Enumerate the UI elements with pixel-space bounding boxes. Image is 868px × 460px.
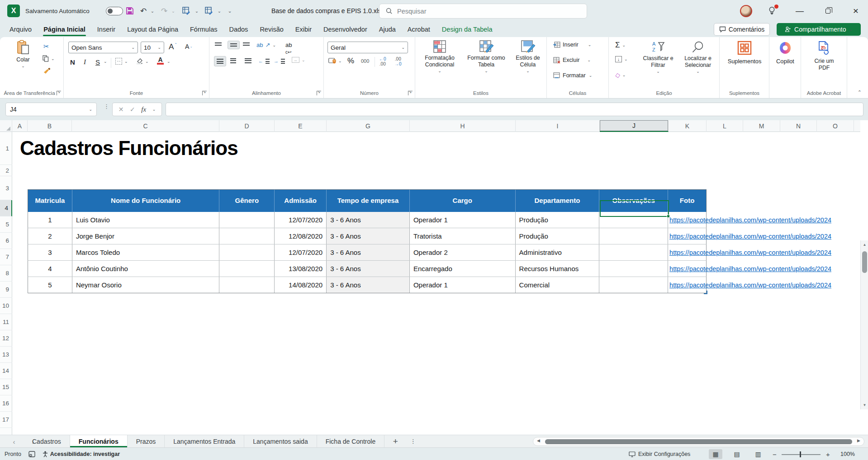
minimize-button[interactable]: — — [791, 0, 809, 22]
undo-chevron-icon[interactable]: ⌄ — [149, 0, 156, 22]
format-as-table-button[interactable]: Formatar como Tabela ⌄ — [462, 40, 510, 73]
format-painter-button[interactable] — [43, 68, 51, 74]
fill-color-button[interactable]: ⌄ — [136, 58, 149, 65]
fx-chevron-icon[interactable]: ⌄ — [152, 107, 156, 112]
table-resize-handle[interactable] — [704, 291, 707, 294]
row-header-1[interactable]: 1 — [0, 132, 12, 165]
delete-cells-button[interactable]: Excluir⌄ — [553, 57, 591, 63]
tab-revisão[interactable]: Revisão — [254, 22, 289, 37]
table-row[interactable]: 5Neymar Osorio14/08/20203 - 6 AnosOperad… — [28, 277, 707, 293]
accessibility-status[interactable]: Acessibilidade: investigar — [43, 451, 120, 457]
scroll-up-icon[interactable]: ▲ — [861, 243, 868, 247]
insert-function-icon[interactable]: fx — [141, 106, 146, 113]
row-header-6[interactable]: 6 — [0, 233, 12, 249]
cell-genero[interactable] — [219, 261, 275, 277]
zoom-percentage[interactable]: 100% — [840, 448, 855, 460]
cell-observacoes[interactable] — [599, 228, 668, 244]
zoom-out-icon[interactable]: − — [773, 448, 777, 460]
table-header-genero[interactable]: Gênero — [219, 190, 275, 212]
alignment-dialog-launcher[interactable] — [317, 91, 321, 95]
cell-genero[interactable] — [219, 228, 275, 244]
row-header-4[interactable]: 4 — [0, 200, 12, 216]
row-header-12[interactable]: 12 — [0, 330, 12, 347]
increase-font-icon[interactable]: Aˆ — [169, 42, 176, 52]
quick-access-chevron-2[interactable]: ⌄ — [216, 0, 223, 22]
cell-foto[interactable]: https://pacotedeplanilhas.com/wp-content… — [668, 261, 706, 277]
cell-cargo[interactable]: Encarregado — [410, 261, 516, 277]
tab-dados[interactable]: Dados — [223, 22, 254, 37]
cell-tempo[interactable]: 3 - 6 Anos — [327, 212, 410, 228]
conditional-formatting-button[interactable]: Formatação Condicional ⌄ — [418, 40, 461, 73]
zoom-slider-thumb[interactable] — [800, 451, 801, 457]
sheet-tab-ficha-de-controle[interactable]: Ficha de Controle — [317, 435, 385, 447]
merge-center-button[interactable]: ↔ ⌄ — [292, 57, 305, 63]
row-header-10[interactable]: 10 — [0, 298, 12, 314]
sort-filter-button[interactable]: AZ Classificar e Filtrar ⌄ — [639, 40, 678, 74]
cell-departamento[interactable]: Produção — [516, 228, 600, 244]
cell-tempo[interactable]: 3 - 6 Anos — [327, 228, 410, 244]
column-header-K[interactable]: K — [669, 120, 707, 132]
tab-inserir[interactable]: Inserir — [91, 22, 121, 37]
sheet-tab-lançamentos-entrada[interactable]: Lançamentos Entrada — [165, 435, 244, 447]
tab-arquivo[interactable]: Arquivo — [4, 22, 38, 37]
table-header-admissao[interactable]: Admissão — [275, 190, 327, 212]
tab-exibir[interactable]: Exibir — [289, 22, 318, 37]
cell-tempo[interactable]: 3 - 6 Anos — [327, 261, 410, 277]
align-right-icon[interactable] — [245, 58, 251, 63]
table-header-nome[interactable]: Nome do Funcionário — [72, 190, 220, 212]
column-header-A[interactable]: A — [12, 120, 28, 132]
fill-button[interactable]: ↓ ⌄ — [615, 56, 628, 62]
cell-matricula[interactable]: 3 — [28, 244, 72, 260]
cell-genero[interactable] — [219, 244, 275, 260]
cell-departamento[interactable]: Recursos Humanos — [516, 261, 600, 277]
borders-button[interactable]: ⌄ — [115, 58, 128, 65]
column-header-D[interactable]: D — [219, 120, 275, 132]
bold-button[interactable]: N — [70, 58, 75, 66]
row-header-3[interactable]: 3 — [0, 176, 12, 200]
column-header-I[interactable]: I — [516, 120, 600, 132]
zoom-in-icon[interactable]: + — [826, 448, 830, 460]
cell-nome[interactable]: Jorge Benjor — [72, 228, 220, 244]
column-header-O[interactable]: O — [817, 120, 854, 132]
align-left-icon[interactable] — [214, 56, 226, 66]
row-header-2[interactable]: 2 — [0, 165, 12, 176]
table-header-tempo[interactable]: Tempo de empresa — [327, 190, 410, 212]
cell-genero[interactable] — [219, 212, 275, 228]
italic-button[interactable]: I — [84, 58, 86, 66]
tab-desenvolvedor[interactable]: Desenvolvedor — [318, 22, 373, 37]
cell-foto[interactable]: https://pacotedeplanilhas.com/wp-content… — [668, 244, 706, 260]
cell-cargo[interactable]: Operador 1 — [410, 212, 516, 228]
zoom-slider-track[interactable] — [782, 454, 821, 455]
cell-styles-button[interactable]: Estilos de Célula ⌄ — [511, 40, 545, 73]
quick-access-chevron-1[interactable]: ⌄ — [194, 0, 200, 22]
scroll-right-icon[interactable]: ▶ — [857, 438, 860, 443]
insert-cells-button[interactable]: Inserir⌄ — [553, 42, 591, 48]
underline-button[interactable]: S — [95, 58, 100, 66]
font-name-select[interactable]: Open Sans⌄ — [68, 42, 138, 53]
align-top-icon[interactable] — [215, 42, 222, 46]
font-dialog-launcher[interactable] — [202, 91, 207, 95]
sheet-tab-prazos[interactable]: Prazos — [128, 435, 165, 447]
search-input[interactable]: Pesquisar — [379, 4, 587, 19]
column-header-H[interactable]: H — [410, 120, 516, 132]
sheet-nav-prev-icon[interactable]: ‹ — [6, 435, 22, 448]
row-header-16[interactable]: 16 — [0, 395, 12, 412]
addins-button[interactable]: Suplementos — [723, 40, 766, 65]
create-pdf-button[interactable]: Crie um PDF — [808, 40, 840, 71]
quick-access-table-icon-2[interactable] — [203, 0, 215, 22]
vertical-scroll-thumb[interactable] — [862, 251, 867, 273]
foto-link[interactable]: https://pacotedeplanilhas.com/wp-content… — [669, 244, 855, 261]
column-header-C[interactable]: C — [72, 120, 219, 132]
cell-matricula[interactable]: 4 — [28, 261, 72, 277]
view-page-break-icon[interactable]: ▥ — [751, 449, 765, 459]
cell-foto[interactable]: https://pacotedeplanilhas.com/wp-content… — [668, 228, 706, 244]
decrease-decimal-button[interactable]: .00→0 — [394, 57, 402, 66]
cell-tempo[interactable]: 3 - 6 Anos — [327, 277, 410, 293]
more-commands-icon[interactable]: ⌄ — [226, 0, 233, 22]
foto-link[interactable]: https://pacotedeplanilhas.com/wp-content… — [669, 277, 855, 293]
view-normal-icon[interactable]: ▦ — [709, 449, 722, 459]
macro-record-icon[interactable] — [28, 451, 35, 457]
undo-icon[interactable]: ↶ — [138, 0, 149, 22]
cell-departamento[interactable]: Produção — [516, 212, 600, 228]
row-header-5[interactable]: 5 — [0, 216, 12, 233]
